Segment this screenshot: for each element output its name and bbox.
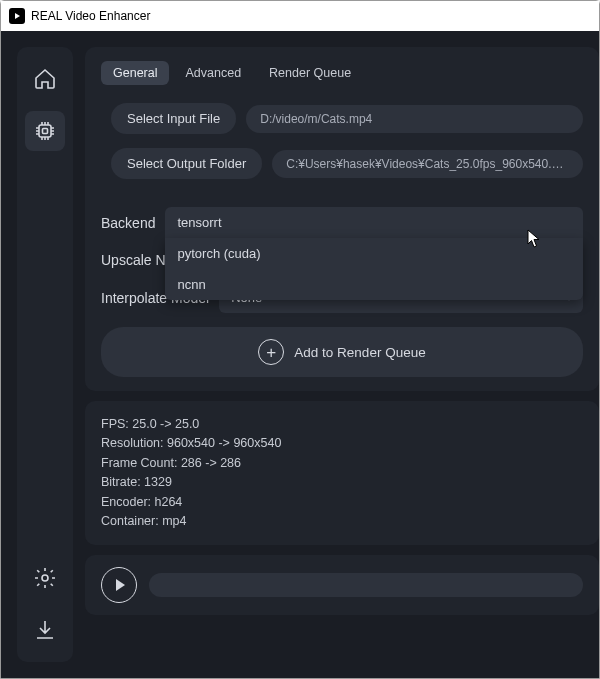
- info-encoder: Encoder: h264: [101, 493, 583, 512]
- select-input-button[interactable]: Select Input File: [111, 103, 236, 134]
- info-resolution: Resolution: 960x540 -> 960x540: [101, 434, 583, 453]
- info-framecount: Frame Count: 286 -> 286: [101, 454, 583, 473]
- tab-advanced[interactable]: Advanced: [173, 61, 253, 85]
- sidebar: [17, 47, 73, 662]
- app-body: General Advanced Render Queue Select Inp…: [1, 31, 599, 678]
- download-icon: [33, 618, 57, 642]
- app-window: REAL Video Enhancer General Advanced: [0, 0, 600, 679]
- play-button[interactable]: [101, 567, 137, 603]
- svg-rect-1: [43, 129, 48, 134]
- chip-icon: [33, 119, 57, 143]
- info-container: Container: mp4: [101, 512, 583, 531]
- titlebar: REAL Video Enhancer: [1, 1, 599, 31]
- backend-row: Backend tensorrt pytorch (cuda) ncnn: [101, 207, 583, 238]
- nav-home[interactable]: [25, 59, 65, 99]
- info-bitrate: Bitrate: 1329: [101, 473, 583, 492]
- play-panel: [85, 555, 599, 615]
- gear-icon: [33, 566, 57, 590]
- info-panel: FPS: 25.0 -> 25.0 Resolution: 960x540 ->…: [85, 401, 599, 545]
- tab-general[interactable]: General: [101, 61, 169, 85]
- output-folder-row: Select Output Folder C:¥Users¥hasek¥Vide…: [101, 148, 583, 179]
- tabs: General Advanced Render Queue: [101, 61, 583, 85]
- plus-icon: +: [258, 339, 284, 365]
- backend-options: pytorch (cuda) ncnn: [165, 238, 583, 300]
- output-path-display: C:¥Users¥hasek¥Videos¥Cats_25.0fps_960x5…: [272, 150, 583, 178]
- backend-option[interactable]: ncnn: [165, 269, 583, 300]
- upscale-label: Upscale N: [101, 252, 171, 268]
- info-fps: FPS: 25.0 -> 25.0: [101, 415, 583, 434]
- svg-point-2: [42, 575, 48, 581]
- backend-dropdown[interactable]: tensorrt pytorch (cuda) ncnn: [165, 207, 583, 238]
- add-to-queue-button[interactable]: + Add to Render Queue: [101, 327, 583, 377]
- nav-process[interactable]: [25, 111, 65, 151]
- backend-option[interactable]: pytorch (cuda): [165, 238, 583, 269]
- svg-rect-0: [39, 125, 51, 137]
- settings-panel: General Advanced Render Queue Select Inp…: [85, 47, 599, 391]
- nav-settings[interactable]: [25, 558, 65, 598]
- main-area: General Advanced Render Queue Select Inp…: [85, 47, 599, 662]
- queue-button-label: Add to Render Queue: [294, 345, 425, 360]
- input-path-display: D:/video/m/Cats.mp4: [246, 105, 583, 133]
- window-title: REAL Video Enhancer: [31, 9, 150, 23]
- tab-render-queue[interactable]: Render Queue: [257, 61, 363, 85]
- backend-label: Backend: [101, 215, 155, 231]
- home-icon: [33, 67, 57, 91]
- app-icon: [9, 8, 25, 24]
- select-output-button[interactable]: Select Output Folder: [111, 148, 262, 179]
- backend-select[interactable]: tensorrt: [165, 207, 583, 238]
- progress-bar[interactable]: [149, 573, 583, 597]
- nav-download[interactable]: [25, 610, 65, 650]
- input-file-row: Select Input File D:/video/m/Cats.mp4: [101, 103, 583, 134]
- backend-selected: tensorrt: [177, 215, 221, 230]
